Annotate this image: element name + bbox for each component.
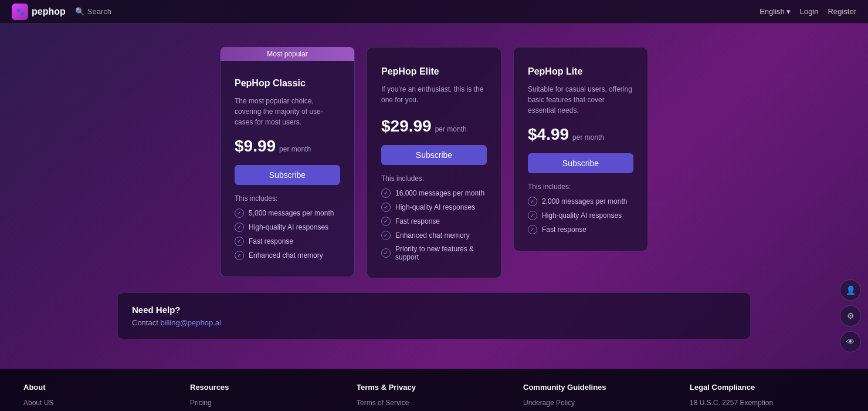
price-row-elite: $29.99 per month <box>381 117 487 136</box>
navbar-left: 🐾 pephop 🔍 Search <box>12 4 111 20</box>
register-link[interactable]: Register <box>828 7 856 16</box>
subscribe-button-classic[interactable]: Subscribe <box>235 165 340 185</box>
footer-col-title-terms: Terms & Privacy <box>357 383 511 392</box>
navbar: 🐾 pephop 🔍 Search English ▾ Login Regist… <box>0 0 868 23</box>
price-row-classic: $9.99 per month <box>235 137 340 156</box>
card-title-classic: PepHop Classic <box>235 78 340 89</box>
pricing-card-lite: PepHop Lite Suitable for casual users, o… <box>513 47 648 251</box>
search-area[interactable]: 🔍 Search <box>75 7 111 16</box>
price-row-lite: $4.99 per month <box>528 125 633 144</box>
lang-label: English <box>760 7 785 16</box>
feature-text: Enhanced chat memory <box>249 251 323 260</box>
list-item: ✓ Fast response <box>528 225 633 234</box>
footer-col-title-legal: Legal Compliance <box>690 383 845 392</box>
price-period-lite: per month <box>572 133 604 142</box>
check-icon: ✓ <box>528 197 537 206</box>
float-button-2[interactable]: ⚙ <box>840 305 861 326</box>
list-item: ✓ High-quality AI responses <box>528 211 633 220</box>
check-icon: ✓ <box>235 237 244 246</box>
search-icon: 🔍 <box>75 7 84 16</box>
pricing-card-classic: Most popular PepHop Classic The most pop… <box>220 47 355 277</box>
check-icon: ✓ <box>381 248 391 258</box>
check-icon: ✓ <box>235 251 244 260</box>
includes-label-elite: This includes: <box>381 174 487 183</box>
list-item: ✓ Fast response <box>235 237 340 246</box>
feature-text: Fast response <box>542 225 586 234</box>
footer-link-about-us[interactable]: About US <box>23 399 178 407</box>
search-label: Search <box>87 7 111 16</box>
check-icon: ✓ <box>381 203 391 212</box>
help-contact-text: Contact <box>132 318 160 327</box>
feature-text: High-quality AI responses <box>395 203 475 211</box>
price-period-classic: per month <box>279 145 311 153</box>
card-description-lite: Suitable for casual users, offering basi… <box>528 84 633 116</box>
main-content: Most popular PepHop Classic The most pop… <box>0 23 868 357</box>
feature-text: 5,000 messages per month <box>249 209 334 217</box>
logo[interactable]: 🐾 pephop <box>12 4 66 20</box>
footer-col-title-community: Community Guidelines <box>523 383 678 392</box>
list-item: ✓ Enhanced chat memory <box>235 251 340 260</box>
feature-text: Fast response <box>249 237 293 245</box>
footer-col-legal: Legal Compliance 18 U.S.C. 2257 Exemptio… <box>690 383 845 411</box>
check-icon: ✓ <box>381 188 391 198</box>
card-description-elite: If you're an enthusiast, this is the one… <box>381 84 487 107</box>
price-amount-classic: $9.99 <box>235 137 276 156</box>
footer-grid: About About US Contact Us Resources Pric… <box>23 383 845 411</box>
float-button-3[interactable]: 👁 <box>840 331 861 352</box>
logo-text: pephop <box>32 6 66 17</box>
footer-link-2257[interactable]: 18 U.S.C. 2257 Exemption <box>690 399 845 407</box>
card-description-classic: The most popular choice, covering the ma… <box>235 96 340 127</box>
list-item: ✓ 16,000 messages per month <box>381 188 487 198</box>
help-email-link[interactable]: billing@pephop.ai <box>160 318 221 327</box>
feature-text: 16,000 messages per month <box>395 189 484 197</box>
includes-label-classic: This includes: <box>235 194 340 203</box>
logo-icon: 🐾 <box>12 4 28 20</box>
footer-col-about: About About US Contact Us <box>23 383 178 411</box>
navbar-right: English ▾ Login Register <box>760 7 856 16</box>
footer-link-underage[interactable]: Underage Policy <box>523 399 678 407</box>
footer-col-terms: Terms & Privacy Terms of Service Privacy… <box>357 383 511 411</box>
includes-label-lite: This includes: <box>528 183 633 191</box>
footer-link-pricing[interactable]: Pricing <box>190 399 345 407</box>
list-item: ✓ High-quality AI responses <box>381 203 487 212</box>
feature-text: High-quality AI responses <box>249 223 328 231</box>
footer-col-community: Community Guidelines Underage Policy Blo… <box>523 383 678 411</box>
check-icon: ✓ <box>381 231 391 240</box>
help-title: Need Help? <box>132 305 736 315</box>
footer-col-title-resources: Resources <box>190 383 345 392</box>
list-item: ✓ Priority to new features & support <box>381 245 487 261</box>
feature-text: High-quality AI responses <box>542 211 622 220</box>
login-link[interactable]: Login <box>800 7 819 16</box>
feature-text: 2,000 messages per month <box>542 197 627 206</box>
user-icon: 👤 <box>846 285 856 295</box>
eye-icon: 👁 <box>846 337 855 346</box>
feature-text: Fast response <box>395 217 440 225</box>
subscribe-button-elite[interactable]: Subscribe <box>381 145 487 165</box>
language-selector[interactable]: English ▾ <box>760 7 791 16</box>
price-amount-lite: $4.99 <box>528 125 569 144</box>
check-icon: ✓ <box>235 208 244 218</box>
float-button-1[interactable]: 👤 <box>840 279 861 301</box>
list-item: ✓ High-quality AI responses <box>235 223 340 232</box>
price-period-elite: per month <box>435 125 467 133</box>
feature-list-classic: ✓ 5,000 messages per month ✓ High-qualit… <box>235 208 340 260</box>
list-item: ✓ Fast response <box>381 217 487 226</box>
list-item: ✓ 5,000 messages per month <box>235 208 340 218</box>
footer-col-title-about: About <box>23 383 178 392</box>
feature-list-elite: ✓ 16,000 messages per month ✓ High-quali… <box>381 188 487 261</box>
subscribe-button-lite[interactable]: Subscribe <box>528 153 633 173</box>
feature-list-lite: ✓ 2,000 messages per month ✓ High-qualit… <box>528 197 633 234</box>
check-icon: ✓ <box>235 223 244 232</box>
footer-link-tos[interactable]: Terms of Service <box>357 399 511 407</box>
feature-text: Priority to new features & support <box>395 245 487 261</box>
grid-icon: ⚙ <box>847 311 855 321</box>
check-icon: ✓ <box>528 225 537 234</box>
list-item: ✓ 2,000 messages per month <box>528 197 633 206</box>
check-icon: ✓ <box>381 217 391 226</box>
footer-col-resources: Resources Pricing FAQ Feedback Blog <box>190 383 345 411</box>
most-popular-badge: Most popular <box>221 47 354 61</box>
help-section: Need Help? Contact billing@pephop.ai <box>117 292 751 339</box>
card-title-elite: PepHop Elite <box>381 66 487 77</box>
floating-buttons: 👤 ⚙ 👁 <box>840 279 861 352</box>
price-amount-elite: $29.99 <box>381 117 432 136</box>
